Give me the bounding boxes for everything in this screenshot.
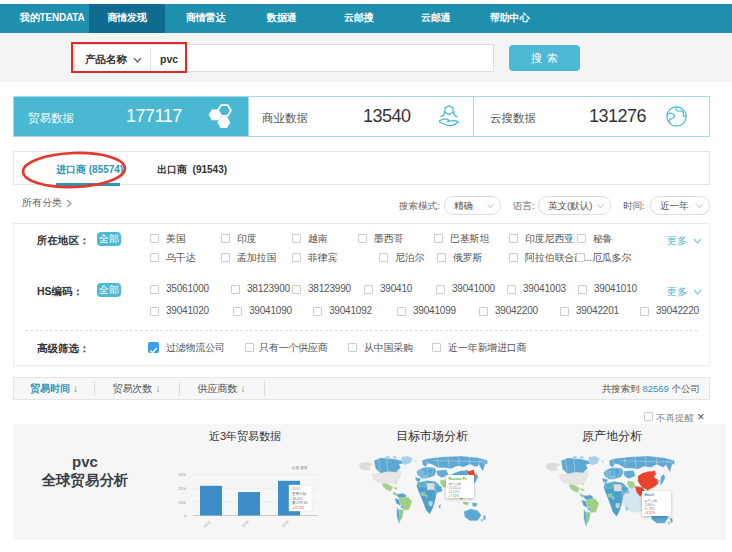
svg-text:+3.52%: +3.52%	[645, 511, 656, 515]
svg-text:贸易次数:: 贸易次数:	[292, 491, 307, 496]
svg-text:+12.5%: +12.5%	[292, 506, 305, 510]
svg-text:2017: 2017	[203, 520, 211, 528]
svg-text:36,052: 36,052	[292, 497, 303, 501]
svg-text:+7.32%: +7.32%	[449, 494, 460, 498]
svg-text:200k: 200k	[178, 487, 186, 491]
svg-text:2018: 2018	[241, 520, 249, 528]
svg-text:2019: 2019	[281, 520, 289, 528]
svg-text:数量-重量: 数量-重量	[292, 465, 308, 470]
svg-text:100k: 100k	[178, 501, 186, 505]
svg-text:2019: 2019	[292, 487, 300, 491]
svg-text:Russian Fe: Russian Fe	[449, 477, 467, 481]
svg-text:300k: 300k	[178, 473, 186, 477]
svg-text:Brazil: Brazil	[645, 493, 654, 497]
svg-text:重:278:36: 重:278:36	[292, 500, 308, 505]
svg-text:0: 0	[184, 514, 186, 518]
